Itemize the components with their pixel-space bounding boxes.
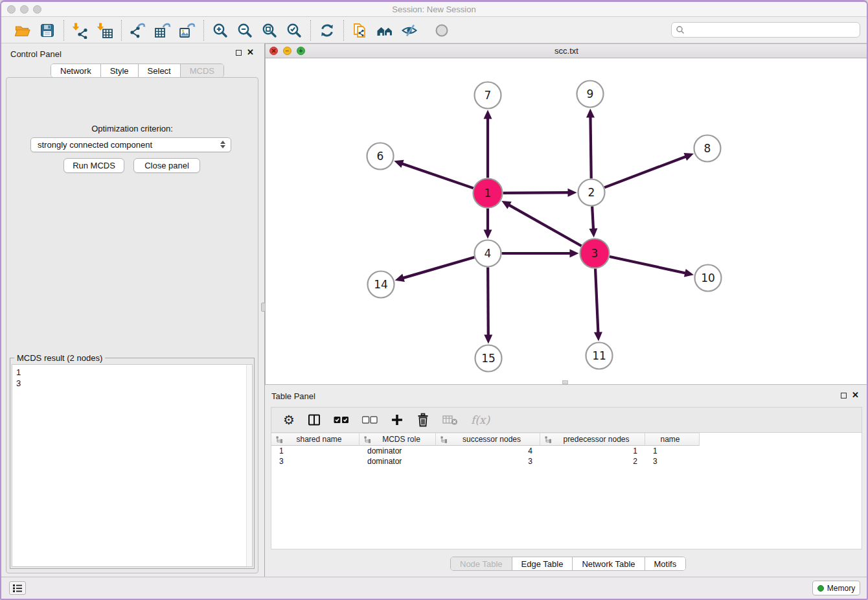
graph-node-8[interactable]: 8 [694,135,721,162]
graph-edge-3-1[interactable] [501,201,581,246]
run-mcds-button[interactable]: Run MCDS [63,158,124,173]
table-cell: 4 [436,446,540,456]
criterion-select[interactable]: strongly connected component [30,137,231,152]
canvas-splitter-handle[interactable] [562,380,568,384]
float-panel-icon[interactable] [841,393,847,398]
close-panel-button[interactable]: Close panel [133,158,200,173]
graph-node-7[interactable]: 7 [475,82,501,109]
graph-edge-1-2[interactable] [503,189,577,197]
zoom-selected-icon[interactable] [286,22,303,39]
table-options-gear-icon[interactable]: ⚙ [283,413,295,426]
tab-style[interactable]: Style [101,64,139,77]
network-canvas[interactable]: 7968124314101511 [266,58,867,384]
import-network-icon[interactable] [72,22,89,39]
memory-button[interactable]: Memory [812,581,860,595]
show-hide-disabled-eye-icon [433,22,450,39]
table-cell: 1 [271,446,360,456]
svg-text:11: 11 [592,349,606,362]
graph-edge-2-3[interactable] [589,206,597,237]
column-header-name[interactable]: name [645,433,700,446]
network-graph[interactable]: 7968124314101511 [266,58,867,384]
show-columns-icon[interactable] [308,413,321,426]
graph-edge-4-14[interactable] [395,257,475,282]
mcds-result-group: MCDS result (2 nodes) 1 3 [10,353,255,569]
column-header-MCDS-role[interactable]: MCDS role [360,433,436,446]
column-header-successor-nodes[interactable]: successor nodes [436,433,540,446]
zoom-fit-icon[interactable] [261,22,278,39]
open-file-icon[interactable] [14,22,31,39]
function-builder-icon: f(x) [471,413,490,426]
column-header-label: successor nodes [448,435,540,444]
select-stepper-icon [219,141,226,148]
hierarchy-icon [545,436,552,443]
hierarchy-icon [440,436,448,443]
table-row[interactable]: 3dominator323 [271,456,862,467]
table-cell: 3 [271,457,360,466]
network-frame-titlebar[interactable]: ✕ − + scc.txt [266,44,867,58]
select-all-columns-icon[interactable] [334,416,349,424]
graph-node-3[interactable]: 3 [580,239,610,268]
graph-edge-3-11[interactable] [594,268,602,341]
graph-edge-2-8[interactable] [604,153,694,187]
graph-node-15[interactable]: 15 [475,345,502,372]
delete-columns-icon[interactable] [417,413,429,427]
search-input[interactable] [685,24,860,36]
graph-edge-4-15[interactable] [484,267,492,343]
svg-text:1: 1 [485,187,492,200]
hide-graphics-details-icon[interactable] [401,22,418,39]
graph-edge-3-10[interactable] [610,257,694,277]
close-panel-icon[interactable]: ✕ [247,49,254,56]
svg-text:7: 7 [485,89,492,102]
close-panel-icon[interactable]: ✕ [852,392,859,398]
save-session-icon[interactable] [39,22,56,39]
tab-mcds[interactable]: MCDS [181,64,223,77]
graph-edge-1-4[interactable] [484,209,492,239]
import-table-icon[interactable] [97,22,113,39]
graph-edge-4-3[interactable] [502,249,579,258]
control-panel: Control Panel ✕ Network Style Select MCD… [1,43,263,577]
search-box [671,22,860,38]
tab-network-table[interactable]: Network Table [573,557,645,570]
result-scrollbar[interactable] [246,365,252,566]
zoom-out-icon[interactable] [236,22,253,39]
graph-node-6[interactable]: 6 [367,143,394,170]
table-row[interactable]: 1dominator411 [271,446,862,456]
unselect-all-columns-icon[interactable] [362,416,378,424]
table-cell: 3 [436,457,540,466]
tab-network[interactable]: Network [51,64,101,77]
add-column-icon[interactable] [391,413,404,426]
column-header-shared-name[interactable]: shared name [271,433,360,446]
float-panel-icon[interactable] [236,50,242,56]
graph-edge-1-6[interactable] [394,160,473,189]
graph-edge-2-9[interactable] [586,108,595,178]
column-header-predecessor-nodes[interactable]: predecessor nodes [540,433,645,446]
search-icon [676,25,685,34]
graph-edge-1-7[interactable] [484,110,492,178]
tab-edge-table[interactable]: Edge Table [512,557,573,570]
zoom-in-icon[interactable] [212,22,229,39]
tab-motifs[interactable]: Motifs [645,557,686,570]
graph-node-10[interactable]: 10 [695,265,722,292]
graph-node-11[interactable]: 11 [586,343,613,369]
title-bar: Session: New Session [1,2,867,17]
graph-node-4[interactable]: 4 [475,240,501,267]
graph-node-2[interactable]: 2 [578,179,605,206]
control-panel-title: Control Panel [10,49,62,59]
nested-networks-icon[interactable] [376,22,393,39]
table-panel-title: Table Panel [271,391,315,401]
tab-node-table[interactable]: Node Table [451,557,512,570]
export-network-icon[interactable] [130,22,146,39]
mcds-result-area[interactable]: 1 3 [12,364,253,567]
clone-network-icon[interactable] [352,22,369,39]
network-frame: ✕ − + scc.txt 7968124314101511 [265,43,868,385]
export-table-icon[interactable] [154,22,171,39]
main-toolbar [1,17,867,43]
refresh-icon[interactable] [319,22,336,39]
tab-select[interactable]: Select [139,64,181,77]
graph-node-9[interactable]: 9 [577,81,604,108]
export-image-icon[interactable] [179,22,196,39]
table-cell: 1 [645,446,700,456]
graph-node-14[interactable]: 14 [368,271,394,298]
graph-node-1[interactable]: 1 [474,179,503,208]
task-history-button[interactable] [9,581,26,595]
